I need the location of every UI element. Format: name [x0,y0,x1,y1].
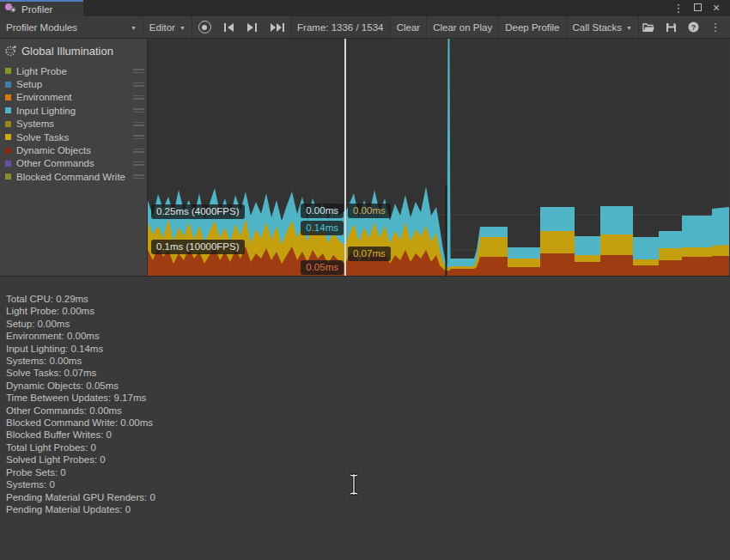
details-panel: Total CPU: 0.29msLight Probe: 0.00msSetu… [0,276,730,560]
series-color-swatch [5,94,11,100]
profiler-chart[interactable]: 0.25ms (4000FPS)0.1ms (10000FPS)0.00ms0.… [148,39,729,276]
tab-profiler[interactable]: Profiler [0,0,83,16]
close-icon[interactable]: × [709,0,723,16]
selected-frame-value-label: 0.14ms [301,221,344,235]
save-profile-button[interactable] [661,19,680,35]
deep-profile-toggle[interactable]: Deep Profile [499,16,566,38]
record-button[interactable] [192,16,217,38]
legend-item-blocked-command-write[interactable]: Blocked Command Write [0,170,147,183]
clear-button[interactable]: Clear [391,16,427,38]
stat-line: Pending Material Updates: 0 [6,503,730,515]
legend-item-dynamic-objects[interactable]: Dynamic Objects [0,143,147,156]
stat-line: Total Light Probes: 0 [6,441,730,453]
stat-line: Solved Light Probes: 0 [6,453,730,466]
legend-label: Light Probe [16,66,133,76]
series-color-swatch [5,148,11,154]
drag-handle-icon[interactable] [133,135,144,139]
title-bar: Profiler ⋮ × [0,0,730,16]
frame-stats-list: Total CPU: 0.29msLight Probe: 0.00msSetu… [6,293,730,515]
legend-item-environment[interactable]: Environment [0,91,147,104]
text-cursor-icon [348,473,360,496]
tab-title: Profiler [21,4,52,15]
series-color-swatch [5,82,11,88]
chevron-down-icon: ▼ [131,25,137,31]
module-sidebar: Global Illumination Light ProbeSetupEnvi… [0,39,148,276]
load-icon [642,22,655,33]
series-color-swatch [5,134,11,140]
next-frame-icon [246,23,258,32]
drag-handle-icon[interactable] [133,69,144,73]
stat-line: Environment: 0.00ms [6,330,730,342]
legend-label: Solve Tasks [16,132,133,143]
module-header: Global Illumination [0,39,147,63]
profiler-icon [5,3,18,15]
maximize-icon[interactable] [690,0,704,16]
svg-text:?: ? [690,23,696,32]
legend-item-solve-tasks[interactable]: Solve Tasks [0,131,147,143]
selected-frame-value-label: 0.07ms [348,247,391,261]
legend-label: Input Lighting [16,106,133,116]
stat-line: Input Lighting: 0.14ms [6,343,730,355]
legend-item-light-probe[interactable]: Light Probe [0,64,147,77]
legend-list: Light ProbeSetupEnvironmentInput Lightin… [0,64,147,184]
chevron-down-icon: ▼ [626,25,632,31]
legend-item-other-commands[interactable]: Other Commands [0,157,147,170]
stat-line: Systems: 0 [6,478,730,490]
load-profile-button[interactable] [639,19,658,35]
legend-label: Environment [16,92,133,102]
grid-scale-label: 0.1ms (10000FPS) [151,240,245,254]
selected-frame-value-label: 0.05ms [301,260,344,275]
drag-handle-icon[interactable] [133,174,144,179]
module-title: Global Illumination [21,45,113,58]
call-stacks-dropdown[interactable]: Call Stacks ▼ [567,16,639,38]
window-menu-icon[interactable]: ⋮ [672,3,685,14]
drag-handle-icon[interactable] [133,82,144,87]
current-frame-button[interactable] [264,16,291,38]
stat-line: Total CPU: 0.29ms [6,293,730,305]
stat-line: Time Between Updates: 9.17ms [6,392,730,404]
series-color-swatch [5,107,11,113]
legend-item-systems[interactable]: Systems [0,118,147,131]
legend-label: Dynamic Objects [16,145,133,155]
legend-label: Systems [16,119,133,129]
series-color-swatch [5,161,11,167]
help-button[interactable]: ? [684,19,703,35]
legend-item-input-lighting[interactable]: Input Lighting [0,104,147,117]
legend-label: Blocked Command Write [16,172,133,182]
context-menu-button[interactable]: ⋮ [706,19,725,35]
clear-on-play-toggle[interactable]: Clear on Play [427,16,499,38]
stat-line: Light Probe: 0.00ms [6,305,730,317]
legend-label: Setup [16,79,133,89]
stat-line: Other Commands: 0.00ms [6,405,730,417]
current-frame-icon [270,23,284,32]
drag-handle-icon[interactable] [133,149,144,153]
stat-line: Solve Tasks: 0.07ms [6,367,730,379]
stat-line: Dynamic Objects: 0.05ms [6,380,730,392]
prev-frame-icon [223,23,234,32]
stat-line: Systems: 0.00ms [6,355,730,367]
previous-frame-button[interactable] [217,16,240,38]
drag-handle-icon[interactable] [133,122,144,126]
series-color-swatch [5,173,11,180]
next-frame-button[interactable] [240,16,264,38]
stat-line: Blocked Command Write: 0.00ms [6,417,730,429]
editor-target-dropdown[interactable]: Editor ▼ [143,16,192,38]
selected-frame-value-label: 0.00ms [301,204,344,218]
grid-scale-label: 0.25ms (4000FPS) [151,204,245,219]
legend-item-setup[interactable]: Setup [0,77,147,90]
stat-line: Pending Material GPU Renders: 0 [6,491,730,503]
chevron-down-icon: ▼ [179,25,186,31]
drag-handle-icon[interactable] [133,108,144,113]
drag-handle-icon[interactable] [133,161,144,166]
profiler-modules-dropdown[interactable]: Profiler Modules ▼ [0,16,143,38]
module-area: Global Illumination Light ProbeSetupEnvi… [0,39,730,276]
drag-handle-icon[interactable] [133,95,144,100]
help-icon: ? [688,21,699,33]
stat-line: Probe Sets: 0 [6,466,730,478]
profiler-window: Profiler ⋮ × Profiler Modules ▼ Editor ▼ [0,0,730,560]
stat-line: Blocked Buffer Writes: 0 [6,429,730,441]
save-icon [666,22,677,33]
profiler-toolbar: Profiler Modules ▼ Editor ▼ Frame: 1336 [0,16,730,39]
record-icon [198,21,211,33]
legend-label: Other Commands [16,158,133,168]
